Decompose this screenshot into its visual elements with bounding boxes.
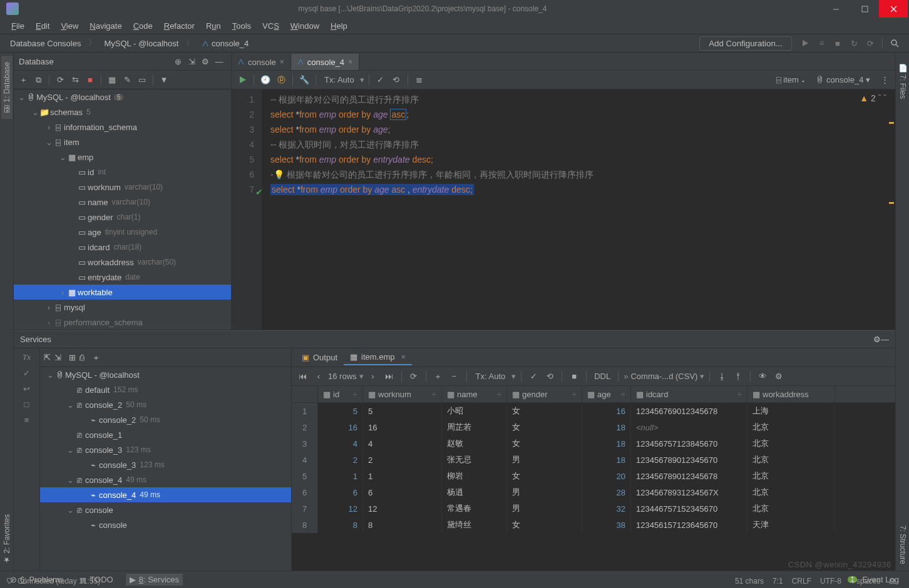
table-row[interactable]: 8 8 8 黛绮丝 女 38 123456157123645670 天津 — [292, 517, 895, 533]
delete-row-icon[interactable]: − — [448, 370, 461, 383]
add-icon[interactable]: ＋ — [92, 352, 100, 363]
inspection-indicator-icon[interactable]: ⊡ — [889, 577, 895, 585]
favorites-tool-tab[interactable]: ★ 2: Favorites — [1, 508, 13, 570]
output-tab[interactable]: ▣Output — [295, 350, 344, 365]
first-page-icon[interactable]: ⏮ — [295, 370, 309, 383]
column-header[interactable]: ▦ worknum÷ — [363, 386, 442, 402]
explain-plan-icon[interactable]: ⓟ — [274, 73, 288, 87]
gear-icon[interactable]: ⚙ — [772, 370, 786, 383]
menu-run[interactable]: Run — [201, 20, 226, 32]
service-item[interactable]: ⌄⎚console_449 ms — [40, 472, 291, 487]
cancel-icon[interactable]: □ — [24, 400, 29, 409]
column-header[interactable]: ▦ id÷ — [318, 386, 363, 402]
commit-icon[interactable]: ✓ — [374, 73, 388, 87]
tx-mode-select[interactable]: Tx: Auto — [472, 370, 510, 382]
session-selector[interactable]: 🛢 console_4 ▾ — [816, 75, 870, 84]
table-row[interactable]: 5 1 1 柳岩 女 20 123456789012345678 北京 — [292, 468, 895, 484]
service-item[interactable]: ⎚default152 ms — [40, 382, 291, 397]
rollback-icon[interactable]: ↩ — [23, 384, 30, 393]
settings-icon[interactable]: ≡ — [24, 415, 29, 425]
tree-column[interactable]: ▭entrydatedate — [14, 270, 231, 285]
database-tree[interactable]: ⌄🛢MySQL - @localhost5 ⌄📁schemas5 ›⌸infor… — [14, 89, 231, 330]
stop-icon[interactable]: ■ — [831, 36, 845, 50]
settings-icon[interactable]: ≣ — [413, 73, 426, 87]
duplicate-icon[interactable]: ⧉ — [31, 73, 45, 87]
menu-navigate[interactable]: Navigate — [85, 20, 126, 32]
table-row[interactable]: 3 4 4 赵敏 女 18 123456757123845670 北京 — [292, 435, 895, 452]
service-item[interactable]: ⌄⎚console_3123 ms — [40, 442, 291, 457]
menu-tools[interactable]: Tools — [227, 20, 256, 32]
group-icon[interactable]: ⊞ — [69, 353, 76, 362]
service-item[interactable]: ⌁console_449 ms — [40, 487, 291, 502]
menu-refactor[interactable]: Refactor — [159, 20, 200, 32]
menu-vcs[interactable]: VCS — [257, 20, 284, 32]
breadcrumb[interactable]: console_4 — [198, 38, 252, 49]
schema-selector[interactable]: ⌸ item ▾ — [776, 75, 806, 84]
files-tool-tab[interactable]: 📄 7: Files — [897, 57, 908, 105]
ddl-button[interactable]: DDL — [592, 372, 613, 381]
service-item[interactable]: ⌁console_250 ms — [40, 412, 291, 427]
error-stripe[interactable] — [888, 89, 895, 330]
search-everywhere-icon[interactable] — [888, 36, 901, 50]
services-tree[interactable]: ⌄🛢MySQL - @localhost ⎚default152 ms⌄⎚con… — [40, 367, 291, 570]
filter-icon[interactable]: ▼ — [157, 73, 171, 87]
more-icon[interactable]: ⋮ — [878, 73, 891, 87]
tree-column[interactable]: ▭genderchar(1) — [14, 210, 231, 225]
tree-item-selected[interactable]: ›▦worktable — [14, 285, 231, 300]
add-row-icon[interactable]: ＋ — [431, 370, 445, 383]
run-icon[interactable] — [798, 36, 812, 50]
debug-icon[interactable]: ⌗ — [814, 36, 828, 50]
hide-panel-icon[interactable]: — — [881, 335, 889, 344]
column-header[interactable]: ▦ idcard÷ — [631, 386, 747, 402]
tree-column[interactable]: ▭idcardchar(18) — [14, 240, 231, 255]
expand-all-icon[interactable]: ⇱ — [44, 353, 51, 362]
editor-tab[interactable]: console× — [232, 54, 291, 70]
tree-column[interactable]: ▭idint — [14, 165, 231, 180]
service-item[interactable]: ⎚console_1 — [40, 427, 291, 442]
prev-page-icon[interactable]: ‹ — [312, 370, 326, 383]
breadcrumb[interactable]: MySQL - @localhost — [100, 38, 182, 49]
rerun-icon[interactable]: ↻ — [847, 36, 861, 50]
menu-help[interactable]: Help — [326, 20, 352, 32]
result-tab[interactable]: ▦item.emp× — [344, 350, 412, 365]
service-item[interactable]: ⌄⎚console_250 ms — [40, 397, 291, 412]
gear-icon[interactable]: ⚙ — [198, 55, 212, 69]
service-item[interactable]: ⌄⎚console — [40, 502, 291, 517]
expand-icon[interactable]: ⇲ — [185, 55, 198, 69]
menu-view[interactable]: View — [56, 20, 83, 32]
hide-panel-icon[interactable]: — — [212, 55, 226, 69]
tx-mode-select[interactable]: Tx: Auto — [321, 74, 358, 86]
column-header[interactable]: ▦ workaddress — [747, 386, 835, 402]
rollback-icon[interactable]: ⟲ — [543, 370, 557, 383]
table-icon[interactable]: ▦ — [105, 73, 119, 87]
tree-column[interactable]: ▭worknumvarchar(10) — [14, 180, 231, 195]
update-icon[interactable]: ⟳ — [863, 36, 877, 50]
menu-file[interactable]: File — [6, 20, 29, 32]
next-page-icon[interactable]: › — [366, 370, 380, 383]
tx-icon[interactable]: Tx — [23, 352, 31, 362]
tree-column[interactable]: ▭agetinyint unsigned — [14, 225, 231, 240]
commit-icon[interactable]: ✓ — [23, 368, 30, 378]
download-icon[interactable]: ⭳ — [715, 370, 729, 383]
sync-icon[interactable]: ⇆ — [68, 73, 82, 87]
menu-edit[interactable]: Edit — [31, 20, 54, 32]
execute-icon[interactable] — [235, 73, 249, 87]
editor-tab[interactable]: console_4× — [291, 54, 359, 70]
refresh-icon[interactable]: ⟳ — [53, 73, 67, 87]
breadcrumb[interactable]: Database Consoles — [6, 38, 85, 49]
column-header[interactable]: ▦ name÷ — [442, 386, 507, 402]
menu-window[interactable]: Window — [285, 20, 324, 32]
stop-icon[interactable]: ■ — [83, 73, 97, 87]
close-icon[interactable]: × — [280, 58, 284, 66]
close-icon[interactable]: × — [348, 58, 352, 66]
collapse-all-icon[interactable]: ⇲ — [54, 353, 61, 362]
commit-icon[interactable]: ✓ — [526, 370, 540, 383]
gear-icon[interactable]: ⚙ — [873, 335, 881, 344]
sql-editor[interactable]: 1234 567✔ -- 根据年龄对公司的员工进行升序排序select *fro… — [232, 89, 895, 330]
service-item[interactable]: ⌁console — [40, 517, 291, 532]
close-button[interactable] — [879, 0, 908, 18]
maximize-button[interactable] — [850, 0, 879, 18]
console-icon[interactable]: ▭ — [135, 73, 149, 87]
result-grid[interactable]: ▦ id÷ ▦ worknum÷ ▦ name÷ ▦ gender÷ ▦ age… — [292, 386, 895, 570]
export-format-select[interactable]: Comma-...d (CSV) — [630, 372, 697, 381]
